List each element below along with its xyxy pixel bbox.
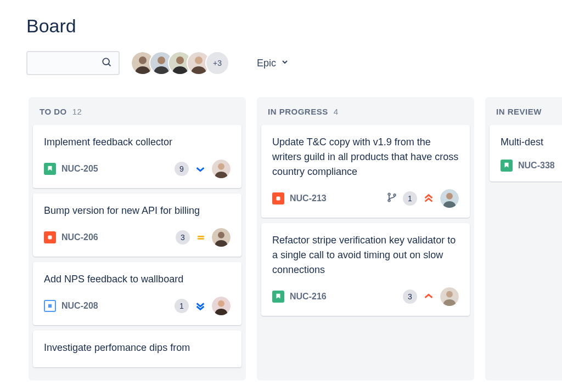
issue-type-story-icon <box>272 291 284 303</box>
svg-point-19 <box>218 300 224 307</box>
issue-type-task-icon <box>272 192 284 204</box>
column-count: 4 <box>334 107 339 116</box>
priority-medium-icon <box>195 232 206 243</box>
svg-point-23 <box>394 194 396 196</box>
card[interactable]: Implement feedback collector NUC-205 9 <box>33 125 241 188</box>
column-name: IN PROGRESS <box>268 107 328 116</box>
issue-type-subtask-icon <box>44 300 56 312</box>
epic-filter[interactable]: Epic <box>257 58 289 69</box>
assignee-avatar-filter[interactable]: +3 <box>131 51 229 75</box>
card[interactable]: Refactor stripe verification key validat… <box>261 223 470 316</box>
svg-point-25 <box>446 193 453 200</box>
assignee-avatar <box>212 160 231 178</box>
svg-point-27 <box>446 291 453 298</box>
priority-highest-icon <box>423 192 435 204</box>
card[interactable]: Bump version for new API for billing NUC… <box>33 194 241 257</box>
chevron-down-icon <box>280 58 289 69</box>
avatar-overflow[interactable]: +3 <box>205 51 229 75</box>
column-count: 12 <box>72 107 82 116</box>
story-points-badge: 1 <box>175 299 189 313</box>
assignee-avatar <box>440 287 459 306</box>
card-title: Implement feedback collector <box>44 135 231 150</box>
issue-key: NUC-216 <box>290 292 327 302</box>
svg-point-5 <box>158 56 165 64</box>
svg-point-7 <box>176 56 184 64</box>
svg-point-0 <box>103 58 109 65</box>
card-title: Refactor stripe verification key validat… <box>272 233 459 277</box>
issue-type-story-icon <box>501 160 513 172</box>
story-points-badge: 3 <box>176 230 190 245</box>
priority-low-icon <box>194 163 206 175</box>
column-name: TO DO <box>40 107 67 116</box>
svg-point-3 <box>139 56 147 64</box>
card-title: Add NPS feedback to wallboard <box>44 272 231 287</box>
svg-rect-20 <box>277 197 280 201</box>
svg-point-11 <box>218 163 224 170</box>
column-in-review: IN REVIEW Multi-dest NUC-338 <box>485 97 562 380</box>
svg-point-22 <box>388 200 390 202</box>
svg-rect-12 <box>48 236 52 240</box>
card-title: Investigate perfomance dips from <box>44 340 231 355</box>
board-columns: TO DO 12 Implement feedback collector NU… <box>26 97 536 380</box>
priority-lowest-icon <box>194 300 206 312</box>
story-points-badge: 9 <box>175 162 189 176</box>
story-points-badge: 3 <box>403 289 417 304</box>
card[interactable]: Multi-dest NUC-338 <box>490 125 562 181</box>
issue-key: NUC-213 <box>290 194 327 203</box>
card-title: Bump version for new API for billing <box>44 203 231 218</box>
column-todo: TO DO 12 Implement feedback collector NU… <box>29 97 246 380</box>
svg-point-21 <box>388 193 390 195</box>
priority-high-icon <box>423 291 435 303</box>
assignee-avatar <box>440 189 459 208</box>
assignee-avatar <box>212 228 231 247</box>
card-title: Multi-dest <box>501 135 562 150</box>
assignee-avatar <box>212 297 231 315</box>
story-points-badge: 1 <box>403 191 417 206</box>
page-title: Board <box>26 15 536 37</box>
svg-point-16 <box>218 232 224 238</box>
issue-key: NUC-338 <box>518 161 555 171</box>
column-name: IN REVIEW <box>496 107 542 116</box>
issue-key: NUC-206 <box>61 232 98 242</box>
issue-type-task-icon <box>44 231 56 243</box>
card-title: Update T&C copy with v1.9 from the write… <box>272 135 459 179</box>
svg-line-1 <box>109 64 111 66</box>
board-toolbar: +3 Epic <box>26 51 536 75</box>
branch-icon <box>386 192 397 205</box>
epic-filter-label: Epic <box>257 58 276 69</box>
card[interactable]: Add NPS feedback to wallboard NUC-208 1 <box>33 262 241 325</box>
issue-key: NUC-205 <box>61 164 98 174</box>
issue-type-story-icon <box>44 163 56 175</box>
search-icon <box>101 56 112 70</box>
column-in-progress: IN PROGRESS 4 Update T&C copy with v1.9 … <box>257 97 474 380</box>
svg-rect-17 <box>48 304 52 308</box>
card[interactable]: Update T&C copy with v1.9 from the write… <box>261 125 470 218</box>
card[interactable]: Investigate perfomance dips from <box>33 331 241 367</box>
search-input[interactable] <box>26 51 120 75</box>
issue-key: NUC-208 <box>61 301 98 311</box>
svg-point-9 <box>195 56 203 64</box>
